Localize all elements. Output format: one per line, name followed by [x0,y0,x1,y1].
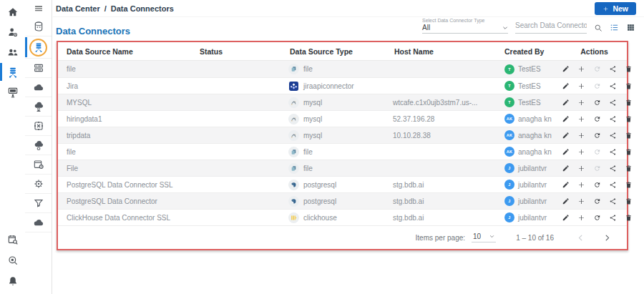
delete-icon[interactable] [625,148,633,156]
edit-icon[interactable] [562,82,570,90]
new-button[interactable]: New [595,2,636,15]
rail-item-automation[interactable] [25,175,52,194]
grid-view-icon[interactable] [626,23,635,32]
rail-item-data-pipelines[interactable] [25,194,52,213]
rail-item-scheduler[interactable] [25,155,52,175]
rail-item-cloud-sync[interactable] [25,213,52,232]
delete-icon[interactable] [625,165,633,172]
add-icon[interactable] [577,197,585,205]
edit-icon[interactable] [562,132,570,139]
menu-toggle-button[interactable] [25,0,52,17]
sidebar-item-user-settings[interactable] [0,24,25,39]
active-ring [29,39,47,57]
table-row[interactable]: MYSQL mysql wtcafe.c1x0ujb3stm7.us-... T… [58,94,627,110]
rail-item-cloud-service[interactable] [25,78,52,97]
table-row[interactable]: tripdata mysql 10.10.28.38 AK anagha kn [58,127,627,143]
share-icon[interactable] [609,181,617,189]
delete-icon[interactable] [625,132,633,139]
search-icon[interactable] [594,24,602,32]
avatar: AK [504,130,514,140]
data-source-name: file [58,65,191,73]
edit-icon[interactable] [562,214,570,222]
add-icon[interactable] [577,65,585,73]
refresh-icon[interactable] [593,115,601,123]
sidebar-item-data-center[interactable] [0,64,25,79]
rail-item-cloud-users[interactable] [25,97,52,117]
edit-icon[interactable] [562,197,570,205]
share-icon[interactable] [609,99,617,107]
table-row[interactable]: file file AK anagha kn [58,143,627,160]
refresh-icon[interactable] [593,132,601,139]
rail-item-data-sets[interactable] [25,59,52,78]
next-page-icon[interactable] [603,234,611,242]
share-icon[interactable] [609,115,617,123]
rail-item-data-connectors[interactable] [25,36,52,59]
secondary-rail [25,0,52,294]
refresh-icon[interactable] [593,181,601,189]
add-icon[interactable] [577,82,585,90]
search-field[interactable] [515,18,587,34]
add-icon[interactable] [577,148,585,156]
sidebar-item-user-groups[interactable] [0,44,25,59]
delete-icon[interactable] [625,82,633,90]
table-row[interactable]: Jira jiraapiconnector T TestES [58,77,627,94]
refresh-icon[interactable] [593,65,601,73]
add-icon[interactable] [577,181,585,189]
add-icon[interactable] [577,99,585,107]
refresh-icon[interactable] [593,99,601,107]
table-row[interactable]: hiringdata1 mysql 52.37.196.28 AK anagha… [58,110,627,127]
sidebar-item-notifications[interactable] [0,273,25,288]
created-by-name: anagha kn [518,148,552,156]
refresh-icon[interactable] [593,214,601,222]
delete-icon[interactable] [625,181,633,189]
rail-item-data-stores[interactable] [25,17,52,36]
table-row[interactable]: File file J jubilantvr [58,160,627,176]
delete-icon[interactable] [625,197,633,205]
share-icon[interactable] [609,82,617,90]
add-icon[interactable] [577,115,585,123]
delete-icon[interactable] [625,115,633,123]
edit-icon[interactable] [562,65,570,73]
refresh-icon[interactable] [593,148,601,156]
add-icon[interactable] [577,165,585,172]
rail-item-cloud-storage[interactable] [25,136,52,155]
connector-type-select-label: Select Data Connector Type [422,18,508,23]
items-per-page-select[interactable]: 10 [472,232,496,242]
breadcrumb-data-connectors[interactable]: Data Connectors [111,4,174,13]
list-view-icon[interactable] [610,23,619,32]
share-icon[interactable] [609,214,617,222]
add-icon[interactable] [577,214,585,222]
delete-icon[interactable] [625,99,633,107]
share-icon[interactable] [609,165,617,172]
share-icon[interactable] [609,197,617,205]
table-row[interactable]: file file T TestES [58,61,627,77]
share-icon[interactable] [609,65,617,73]
refresh-icon[interactable] [593,197,601,205]
table-row[interactable]: PostgreSQL Data Connector postgresql stg… [58,192,627,209]
edit-icon[interactable] [562,99,570,107]
delete-icon[interactable] [625,65,633,73]
sidebar-item-audit-log[interactable] [0,232,25,247]
refresh-icon[interactable] [593,165,601,172]
rail-item-api-connectors[interactable] [25,117,52,136]
connector-type-select[interactable]: Select Data Connector Type All [422,18,508,34]
connector-type-select-value: All [422,24,430,31]
sidebar-item-home[interactable] [0,4,25,19]
search-input[interactable] [515,21,587,29]
sidebar-item-admin-console[interactable] [0,84,25,99]
add-icon[interactable] [577,132,585,139]
edit-icon[interactable] [562,181,570,189]
previous-page-icon[interactable] [577,234,585,242]
edit-icon[interactable] [562,165,570,172]
edit-icon[interactable] [562,115,570,123]
delete-icon[interactable] [625,214,633,222]
edit-icon[interactable] [562,148,570,156]
refresh-icon[interactable] [593,82,601,90]
table-row[interactable]: PostgreSQL Data Connector SSL postgresql… [58,176,627,192]
data-source-type-label: file [303,165,313,172]
table-row[interactable]: ClickHouse Data Connector SSL clickhouse… [58,209,627,225]
share-icon[interactable] [609,148,617,156]
sidebar-item-search[interactable] [0,253,25,268]
share-icon[interactable] [609,132,617,139]
breadcrumb-data-center[interactable]: Data Center [56,4,100,13]
